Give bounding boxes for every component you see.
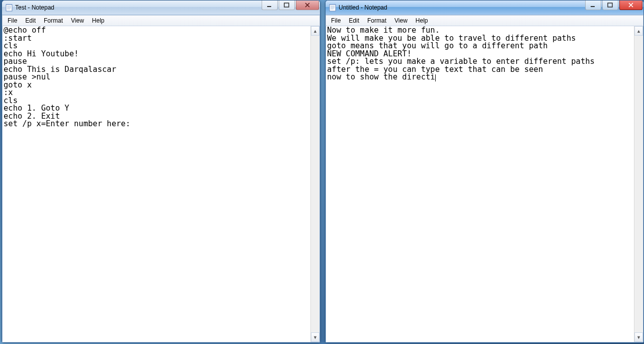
menu-format[interactable]: Format — [40, 16, 67, 25]
scroll-up-button[interactable]: ▲ — [634, 26, 643, 36]
titlebar[interactable]: Untitled - Notepad — [326, 1, 643, 15]
menu-edit[interactable]: Edit — [21, 16, 40, 25]
svg-rect-6 — [267, 6, 271, 7]
scroll-down-button[interactable]: ▼ — [311, 332, 319, 342]
text-cursor — [435, 74, 436, 81]
menu-file[interactable]: File — [4, 16, 21, 25]
notepad-window-untitled[interactable]: Untitled - Notepad File Edit Format View — [325, 0, 644, 343]
menu-view[interactable]: View — [67, 16, 88, 25]
menu-file[interactable]: File — [327, 16, 345, 25]
window-buttons — [585, 1, 642, 15]
scroll-down-button[interactable]: ▼ — [634, 332, 643, 342]
notepad-icon — [5, 4, 13, 12]
titlebar[interactable]: Test - Notepad — [2, 1, 320, 15]
notepad-window-test[interactable]: Test - Notepad File Edit Format View — [2, 0, 320, 343]
scroll-track[interactable] — [634, 36, 643, 332]
vertical-scrollbar[interactable]: ▲ ▼ — [310, 26, 319, 342]
svg-rect-14 — [591, 6, 595, 7]
scroll-track[interactable] — [311, 36, 319, 332]
close-icon — [628, 3, 634, 8]
text-editor[interactable]: Now to make it more fun. We will make yo… — [326, 26, 634, 342]
minimize-button[interactable] — [262, 1, 278, 10]
minimize-icon — [590, 3, 596, 8]
notepad-icon — [329, 4, 337, 12]
text-editor[interactable]: @echo off :start cls echo Hi Youtube! pa… — [3, 26, 310, 342]
menubar: File Edit Format View Help — [2, 15, 320, 26]
menu-help[interactable]: Help — [412, 16, 432, 25]
maximize-button[interactable] — [602, 1, 618, 10]
window-title: Untitled - Notepad — [339, 4, 387, 11]
desktop: Test - Notepad File Edit Format View — [0, 0, 644, 344]
maximize-icon — [607, 3, 613, 8]
svg-rect-15 — [608, 3, 612, 7]
minimize-button[interactable] — [585, 1, 601, 10]
maximize-button[interactable] — [279, 1, 295, 10]
window-buttons — [262, 1, 319, 15]
menu-help[interactable]: Help — [88, 16, 109, 25]
menu-view[interactable]: View — [390, 16, 412, 25]
menubar: File Edit Format View Help — [326, 15, 643, 26]
close-icon — [304, 3, 310, 8]
menu-format[interactable]: Format — [363, 16, 390, 25]
scroll-up-button[interactable]: ▲ — [311, 26, 319, 36]
maximize-icon — [284, 3, 290, 8]
minimize-icon — [267, 3, 273, 8]
close-button[interactable] — [619, 1, 642, 10]
menu-edit[interactable]: Edit — [345, 16, 363, 25]
close-button[interactable] — [296, 1, 319, 10]
svg-rect-7 — [284, 3, 289, 7]
window-title: Test - Notepad — [15, 4, 54, 11]
vertical-scrollbar[interactable]: ▲ ▼ — [634, 26, 643, 342]
